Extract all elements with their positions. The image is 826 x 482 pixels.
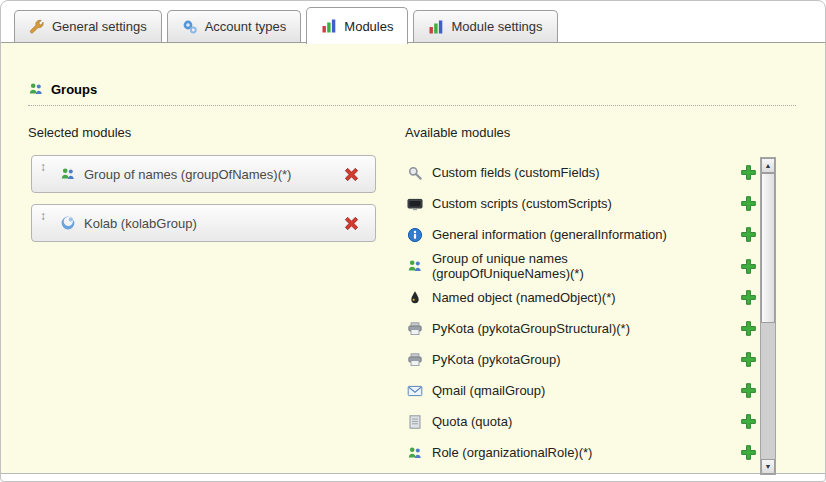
available-module-row: Custom scripts (customScripts) [405, 188, 757, 219]
dotted-separator [28, 105, 796, 106]
chart-icon [321, 18, 337, 34]
add-module-button[interactable] [740, 226, 757, 243]
magnifier-icon [407, 165, 423, 181]
selected-module-label: Kolab (kolabGroup) [84, 216, 197, 231]
scrollbar-thumb[interactable] [761, 173, 775, 323]
section-title: Groups [51, 82, 97, 97]
add-module-button[interactable] [740, 289, 757, 306]
available-module-label: Role (organizationalRole)(*) [432, 445, 592, 460]
tab-label: General settings [52, 19, 147, 34]
kolab-icon [60, 215, 76, 231]
add-module-button[interactable] [740, 382, 757, 399]
group-icon [28, 81, 44, 97]
tab-label: Modules [344, 19, 393, 34]
selected-modules-list: ↕ Group of names (groupOfNames)(*) ↕ Kol… [31, 155, 376, 253]
group-icon [407, 445, 423, 461]
add-module-button[interactable] [740, 351, 757, 368]
add-module-button[interactable] [740, 413, 757, 430]
tab-account-types[interactable]: Account types [167, 10, 302, 42]
scrollbar-track[interactable]: ▲ ▼ [760, 157, 776, 475]
printer-icon [407, 352, 423, 368]
available-module-row: Custom fields (customFields) [405, 157, 757, 188]
available-modules-list: Custom fields (customFields) Custom scri… [405, 157, 757, 468]
available-module-row: Quota (quota) [405, 406, 757, 437]
add-module-button[interactable] [740, 258, 757, 275]
available-module-row: Group of unique names (groupOfUniqueName… [405, 250, 757, 282]
section-heading: Groups [28, 81, 97, 97]
wrench-icon [29, 19, 45, 35]
available-module-label: Group of unique names (groupOfUniqueName… [432, 251, 584, 281]
gears-icon [182, 19, 198, 35]
tab-bar: General settings Account types Modules M… [14, 1, 558, 42]
tab-label: Account types [205, 19, 287, 34]
printer-icon [407, 321, 423, 337]
drag-handle-icon[interactable]: ↕ [40, 210, 46, 222]
selected-modules-heading: Selected modules [28, 125, 131, 140]
selected-module-row[interactable]: ↕ Group of names (groupOfNames)(*) [31, 155, 376, 193]
add-module-button[interactable] [740, 320, 757, 337]
tab-modules[interactable]: Modules [306, 7, 408, 44]
selected-module-row[interactable]: ↕ Kolab (kolabGroup) [31, 204, 376, 242]
scroll-up-button[interactable]: ▲ [761, 158, 775, 173]
add-module-button[interactable] [740, 164, 757, 181]
modules-panel: Groups Selected modules Available module… [1, 42, 825, 474]
droplet-icon [407, 290, 423, 306]
available-module-row: General information (generalInformation) [405, 219, 757, 250]
remove-module-button[interactable] [343, 214, 361, 232]
info-icon [407, 227, 423, 243]
tab-module-settings[interactable]: Module settings [413, 10, 557, 42]
available-module-label: PyKota (pykotaGroupStructural)(*) [432, 321, 630, 336]
available-module-row: PyKota (pykotaGroup) [405, 344, 757, 375]
quota-icon [407, 414, 423, 430]
available-module-row: PyKota (pykotaGroupStructural)(*) [405, 313, 757, 344]
screen-icon [407, 196, 423, 212]
chart-icon [428, 19, 444, 35]
mail-icon [407, 383, 423, 399]
available-module-label: Qmail (qmailGroup) [432, 383, 545, 398]
available-module-label: General information (generalInformation) [432, 227, 667, 242]
scroll-down-button[interactable]: ▼ [761, 459, 775, 474]
tab-general-settings[interactable]: General settings [14, 10, 162, 42]
available-module-row: Qmail (qmailGroup) [405, 375, 757, 406]
remove-module-button[interactable] [343, 165, 361, 183]
available-module-row: Named object (namedObject)(*) [405, 282, 757, 313]
settings-window: General settings Account types Modules M… [0, 0, 826, 482]
add-module-button[interactable] [740, 195, 757, 212]
drag-handle-icon[interactable]: ↕ [40, 161, 46, 173]
available-module-label: Custom scripts (customScripts) [432, 196, 612, 211]
add-module-button[interactable] [740, 444, 757, 461]
group-icon [407, 258, 423, 274]
available-module-label: Custom fields (customFields) [432, 165, 600, 180]
available-module-label: Quota (quota) [432, 414, 512, 429]
tab-label: Module settings [451, 19, 542, 34]
selected-module-label: Group of names (groupOfNames)(*) [84, 167, 291, 182]
available-module-row: Role (organizationalRole)(*) [405, 437, 757, 468]
available-module-label: Named object (namedObject)(*) [432, 290, 616, 305]
available-modules-heading: Available modules [405, 125, 510, 140]
available-module-label: PyKota (pykotaGroup) [432, 352, 561, 367]
group-icon [60, 166, 76, 182]
